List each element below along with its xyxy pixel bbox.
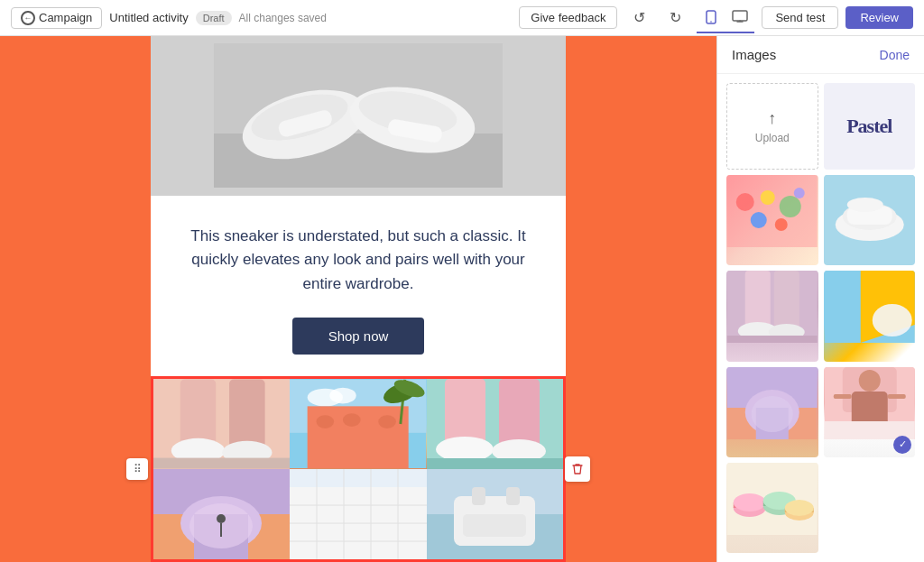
svg-point-67 (846, 198, 882, 212)
svg-rect-73 (727, 336, 818, 343)
teal-sneaker-image (427, 379, 563, 469)
svg-rect-53 (472, 487, 485, 505)
image-cell-white-sneaker[interactable] (824, 175, 916, 265)
pink-sneaker-image (153, 379, 290, 469)
arch-image (153, 469, 290, 559)
shop-now-button[interactable]: Shop now (292, 318, 425, 355)
grid-cell-6[interactable] (427, 469, 563, 559)
macarons-image (726, 463, 818, 535)
card-description: This sneaker is understated, but such a … (187, 225, 530, 296)
svg-point-84 (858, 370, 880, 392)
svg-point-59 (780, 196, 801, 217)
topbar-right: Give feedback ↺ ↻ Send test Review (519, 3, 913, 33)
image-cell-woman[interactable] (824, 367, 916, 457)
svg-point-60 (751, 212, 767, 228)
image-cell-macarons[interactable] (726, 463, 818, 553)
upload-label: Upload (755, 132, 790, 144)
redo-button[interactable]: ↻ (661, 4, 689, 32)
image-grid-section[interactable]: ⠿ (151, 376, 566, 562)
grid-cell-1[interactable] (153, 379, 290, 469)
topbar-left: ← Campaign Untitled activity Draft All c… (11, 7, 512, 29)
draft-badge: Draft (196, 11, 232, 25)
main-area: This sneaker is understated, but such a … (0, 36, 924, 562)
arch-scene-image (726, 367, 818, 439)
undo-button[interactable]: ↺ (624, 4, 653, 32)
image-cell-yellow[interactable] (824, 271, 916, 361)
yellow-fabric-image (824, 271, 916, 343)
svg-rect-30 (499, 379, 540, 447)
grid-cell-3[interactable] (427, 379, 563, 469)
svg-point-58 (761, 190, 775, 205)
svg-rect-55 (463, 514, 526, 537)
svg-point-20 (330, 388, 356, 404)
image-cell-pastel[interactable]: Pastel (824, 83, 916, 170)
svg-rect-87 (887, 394, 905, 399)
svg-point-31 (436, 437, 494, 462)
svg-point-1 (711, 21, 713, 23)
svg-rect-33 (427, 458, 563, 469)
image-cell-arch[interactable] (726, 367, 818, 457)
building-image (290, 379, 426, 469)
desktop-device-button[interactable] (725, 3, 754, 32)
activity-name: Untitled activity (109, 11, 188, 24)
topbar: ← Campaign Untitled activity Draft All c… (0, 0, 924, 36)
white-sneaker-teal-image (824, 175, 916, 247)
pastel-label: Pastel (846, 115, 892, 138)
send-test-button[interactable]: Send test (762, 6, 838, 29)
woman-pink-image (824, 367, 916, 439)
image-cell-colorful[interactable] (726, 175, 818, 265)
svg-point-92 (734, 493, 766, 511)
images-grid: ↑ Upload Pastel (717, 74, 924, 562)
colorful-image (726, 175, 818, 247)
svg-point-98 (785, 500, 814, 516)
bottom-right-image (427, 469, 563, 559)
panel-header: Images Done (717, 36, 924, 74)
panel-done-button[interactable]: Done (880, 48, 910, 62)
saved-status: All changes saved (239, 12, 327, 24)
feedback-button[interactable]: Give feedback (519, 6, 617, 29)
svg-rect-13 (229, 380, 265, 451)
delete-handle[interactable] (565, 456, 590, 482)
svg-point-61 (775, 218, 788, 231)
sneaker-top-image (151, 36, 566, 196)
image-cell-pink-pants[interactable] (726, 271, 818, 361)
svg-rect-2 (733, 11, 747, 21)
svg-rect-54 (506, 487, 520, 505)
svg-rect-69 (745, 271, 771, 329)
svg-rect-22 (317, 415, 335, 428)
svg-rect-24 (379, 415, 397, 428)
svg-rect-29 (445, 379, 485, 447)
svg-point-39 (217, 514, 226, 523)
svg-rect-70 (774, 271, 799, 329)
svg-rect-88 (824, 421, 914, 439)
review-button[interactable]: Review (845, 6, 913, 29)
grid-cell-5[interactable] (290, 469, 426, 559)
sneaker-image-inner (151, 36, 566, 196)
drag-handle[interactable]: ⠿ (126, 458, 148, 480)
campaign-label: Campaign (39, 11, 92, 24)
campaign-button[interactable]: ← Campaign (11, 7, 102, 29)
right-panel: Images Done ↑ Upload Pastel (716, 36, 924, 562)
svg-rect-81 (752, 396, 793, 432)
grid-cell-4[interactable] (153, 469, 290, 559)
upload-cell[interactable]: ↑ Upload (726, 83, 818, 170)
pink-pants-image (726, 271, 818, 343)
svg-point-62 (794, 188, 805, 198)
campaign-icon: ← (21, 11, 35, 25)
svg-point-76 (872, 304, 911, 336)
svg-rect-16 (153, 458, 290, 469)
panel-title: Images (732, 47, 776, 62)
device-group (697, 3, 754, 33)
svg-rect-56 (727, 175, 818, 247)
svg-rect-86 (833, 394, 851, 399)
upload-icon: ↑ (768, 109, 776, 128)
sneaker-illustration (214, 43, 503, 188)
grid-cell-2[interactable] (290, 379, 426, 469)
svg-point-57 (736, 193, 754, 211)
white-building-image (290, 469, 426, 559)
text-card: This sneaker is understated, but such a … (151, 196, 566, 376)
mobile-device-button[interactable] (697, 3, 725, 32)
svg-rect-23 (343, 413, 361, 427)
canvas: This sneaker is understated, but such a … (0, 36, 716, 562)
image-grid (153, 379, 563, 559)
